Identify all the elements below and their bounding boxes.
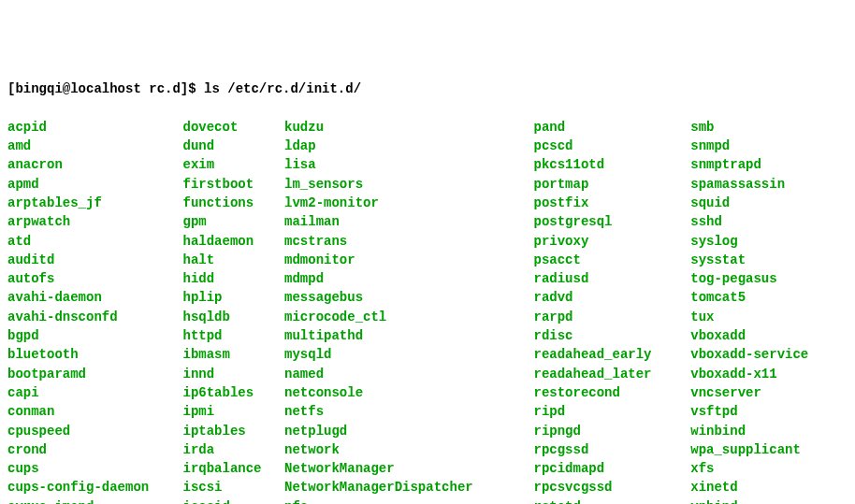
file-entry: conman: [7, 402, 183, 421]
file-entry: readahead_early: [533, 345, 690, 364]
file-entry: cups: [7, 459, 183, 478]
file-entry: iscsid: [183, 497, 285, 504]
file-entry: lisa: [284, 155, 533, 174]
file-entry: innd: [183, 365, 285, 383]
file-entry: capi: [7, 383, 183, 402]
file-entry: snmptrapd: [690, 155, 848, 174]
file-entry: avahi-daemon: [7, 288, 183, 307]
file-entry: pkcs11otd: [533, 155, 690, 174]
file-entry: sshd: [690, 212, 848, 231]
file-entry: ipmi: [183, 402, 285, 421]
file-entry: apmd: [7, 175, 183, 194]
file-entry: dund: [183, 137, 285, 155]
file-entry: lvm2-monitor: [284, 194, 533, 212]
file-entry: netplugd: [284, 422, 533, 440]
file-entry: mdmonitor: [284, 251, 533, 269]
file-entry: radiusd: [533, 269, 690, 288]
file-entry: mysqld: [284, 345, 533, 364]
file-entry: multipathd: [284, 326, 533, 345]
file-entry: ldap: [284, 137, 533, 155]
file-entry: rpcgssd: [533, 440, 690, 459]
file-entry: irqbalance: [183, 459, 285, 478]
file-entry: functions: [183, 194, 285, 212]
file-entry: haldaemon: [183, 232, 285, 251]
file-entry: psacct: [533, 251, 690, 269]
file-entry: kudzu: [284, 118, 533, 137]
file-entry: messagebus: [284, 288, 533, 307]
file-entry: NetworkManager: [284, 459, 533, 478]
file-entry: anacron: [7, 155, 183, 174]
file-entry: wpa_supplicant: [690, 440, 848, 459]
file-entry: atd: [7, 232, 183, 251]
file-entry: mdmpd: [284, 269, 533, 288]
directory-listing: acpidamdanacronapmdarptables_jfarpwatcha…: [7, 118, 848, 504]
file-entry: microcode_ctl: [284, 308, 533, 326]
file-entry: vboxadd-service: [690, 345, 848, 364]
file-entry: exim: [183, 155, 285, 174]
file-entry: snmpd: [690, 137, 848, 155]
file-entry: rstatd: [533, 497, 690, 504]
file-entry: pand: [533, 118, 690, 137]
column-2: dovecotdundeximfirstbootfunctionsgpmhald…: [183, 118, 285, 504]
file-entry: xfs: [690, 459, 848, 478]
file-entry: ripngd: [533, 422, 690, 440]
file-entry: auditd: [7, 251, 183, 269]
file-entry: privoxy: [533, 232, 690, 251]
file-entry: vsftpd: [690, 402, 848, 421]
file-entry: bluetooth: [7, 345, 183, 364]
file-entry: cups-config-daemon: [7, 478, 183, 497]
file-entry: tog-pegasus: [690, 269, 848, 288]
file-entry: crond: [7, 440, 183, 459]
file-entry: amd: [7, 137, 183, 155]
file-entry: halt: [183, 251, 285, 269]
file-entry: ripd: [533, 402, 690, 421]
file-entry: postgresql: [533, 212, 690, 231]
file-entry: hidd: [183, 269, 285, 288]
file-entry: autofs: [7, 269, 183, 288]
file-entry: vboxadd-x11: [690, 365, 848, 383]
column-3: kudzuldaplisalm_sensorslvm2-monitormailm…: [284, 118, 533, 504]
file-entry: vboxadd: [690, 326, 848, 345]
file-entry: arpwatch: [7, 212, 183, 231]
file-entry: iptables: [183, 422, 285, 440]
file-entry: named: [284, 365, 533, 383]
column-5: smbsnmpdsnmptrapdspamassassinsquidsshdsy…: [690, 118, 848, 504]
file-entry: radvd: [533, 288, 690, 307]
file-entry: bootparamd: [7, 365, 183, 383]
file-entry: httpd: [183, 326, 285, 345]
file-entry: lm_sensors: [284, 175, 533, 194]
file-entry: smb: [690, 118, 848, 137]
file-entry: bgpd: [7, 326, 183, 345]
file-entry: cyrus-imapd: [7, 497, 183, 504]
column-1: acpidamdanacronapmdarptables_jfarpwatcha…: [7, 118, 183, 504]
file-entry: ip6tables: [183, 383, 285, 402]
file-entry: hplip: [183, 288, 285, 307]
file-entry: NetworkManagerDispatcher: [284, 478, 533, 497]
file-entry: mcstrans: [284, 232, 533, 251]
file-entry: portmap: [533, 175, 690, 194]
file-entry: rpcsvcgssd: [533, 478, 690, 497]
shell-prompt: [bingqi@localhost rc.d]$ ls /etc/rc.d/in…: [7, 79, 848, 98]
file-entry: gpm: [183, 212, 285, 231]
file-entry: cpuspeed: [7, 422, 183, 440]
file-entry: spamassassin: [690, 175, 848, 194]
file-entry: netfs: [284, 402, 533, 421]
file-entry: syslog: [690, 232, 848, 251]
file-entry: postfix: [533, 194, 690, 212]
file-entry: dovecot: [183, 118, 285, 137]
file-entry: rarpd: [533, 308, 690, 326]
file-entry: sysstat: [690, 251, 848, 269]
file-entry: restorecond: [533, 383, 690, 402]
file-entry: rpcidmapd: [533, 459, 690, 478]
file-entry: xinetd: [690, 478, 848, 497]
file-entry: tux: [690, 308, 848, 326]
file-entry: ypbind: [690, 497, 848, 504]
file-entry: mailman: [284, 212, 533, 231]
file-entry: firstboot: [183, 175, 285, 194]
file-entry: tomcat5: [690, 288, 848, 307]
file-entry: readahead_later: [533, 365, 690, 383]
file-entry: irda: [183, 440, 285, 459]
file-entry: winbind: [690, 422, 848, 440]
file-entry: netconsole: [284, 383, 533, 402]
file-entry: hsqldb: [183, 308, 285, 326]
